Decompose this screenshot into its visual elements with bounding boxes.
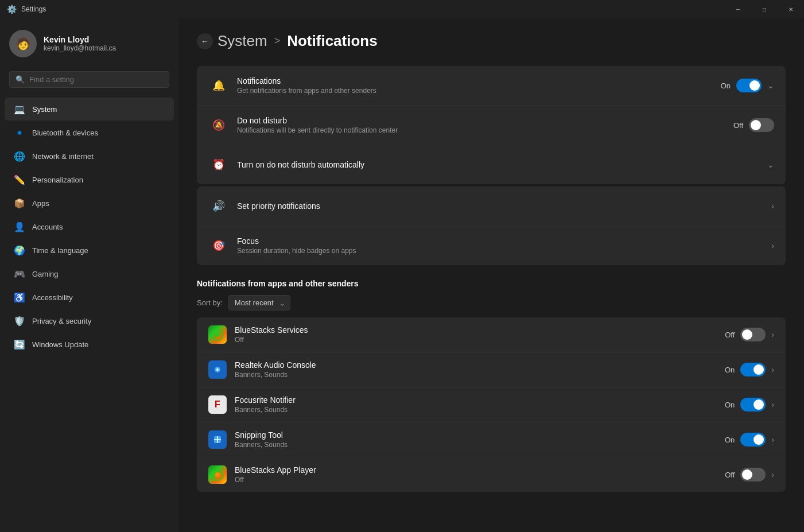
focusrite-text: Focusrite Notifier Banners, Sounds bbox=[235, 395, 725, 414]
dnd-toggle[interactable] bbox=[749, 118, 774, 132]
bluestacks-player-toggle-label: Off bbox=[725, 471, 735, 479]
dnd-toggle-thumb bbox=[751, 120, 761, 130]
apps-card: BlueStacks Services Off Off › bbox=[197, 317, 786, 492]
sidebar-item-accessibility[interactable]: ♿ Accessibility bbox=[5, 286, 174, 309]
notifications-toggle-thumb bbox=[749, 80, 760, 91]
sidebar-nav: 💻 System ● Bluetooth & devices 🌐 Network… bbox=[0, 97, 178, 356]
user-info: Kevin Lloyd kevin_lloyd@hotmail.ca bbox=[44, 35, 116, 52]
sidebar-item-personalization[interactable]: ✏️ Personalization bbox=[5, 168, 174, 191]
bluestacks-services-subtitle: Off bbox=[235, 336, 725, 344]
bluestacks-services-toggle[interactable] bbox=[740, 328, 766, 341]
auto-dnd-text: Turn on do not disturb automatically bbox=[237, 160, 767, 169]
dnd-toggle-label: Off bbox=[733, 121, 743, 130]
search-input[interactable] bbox=[29, 75, 163, 84]
bluestacks-player-chevron: › bbox=[771, 470, 774, 479]
app-row-focusrite[interactable]: F Focusrite Notifier Banners, Sounds On … bbox=[197, 387, 786, 422]
sidebar-item-system[interactable]: 💻 System bbox=[5, 98, 174, 121]
snipping-subtitle: Banners, Sounds bbox=[235, 441, 725, 449]
sidebar-label-system: System bbox=[32, 105, 57, 114]
titlebar-icon: ⚙️ bbox=[7, 5, 17, 14]
focusrite-chevron: › bbox=[771, 400, 774, 409]
user-profile[interactable]: 🧑 Kevin Lloyd kevin_lloyd@hotmail.ca bbox=[0, 18, 178, 67]
auto-dnd-right: ⌄ bbox=[767, 160, 774, 169]
close-button[interactable]: ✕ bbox=[778, 0, 804, 18]
bluestacks-services-toggle-thumb bbox=[742, 329, 752, 340]
priority-title: Set priority notifications bbox=[237, 201, 771, 211]
sidebar-item-apps[interactable]: 📦 Apps bbox=[5, 192, 174, 215]
notifications-row[interactable]: 🔔 Notifications Get notifications from a… bbox=[197, 66, 786, 106]
breadcrumb-separator: > bbox=[274, 35, 281, 47]
apps-icon: 📦 bbox=[14, 197, 25, 209]
search-box: 🔍 bbox=[9, 71, 169, 88]
focusrite-toggle-label: On bbox=[725, 401, 735, 409]
sidebar-item-network[interactable]: 🌐 Network & internet bbox=[5, 145, 174, 168]
bluestacks-services-text: BlueStacks Services Off bbox=[235, 325, 725, 344]
apps-section-heading: Notifications from apps and other sender… bbox=[197, 279, 786, 288]
app-row-bluestacks-player[interactable]: BlueStacks App Player Off Off › bbox=[197, 457, 786, 492]
bluestacks-services-toggle-label: Off bbox=[725, 331, 735, 339]
personalization-icon: ✏️ bbox=[14, 174, 25, 185]
sidebar-label-privacy: Privacy & security bbox=[32, 317, 91, 325]
sidebar-item-privacy[interactable]: 🛡️ Privacy & security bbox=[5, 309, 174, 332]
app-row-bluestacks-services[interactable]: BlueStacks Services Off Off › bbox=[197, 317, 786, 352]
bluestacks-player-toggle-thumb bbox=[742, 469, 752, 480]
back-button[interactable]: ← bbox=[197, 33, 213, 49]
bluestacks-player-text: BlueStacks App Player Off bbox=[235, 465, 725, 484]
realtek-icon bbox=[208, 360, 227, 379]
snipping-icon bbox=[208, 430, 227, 449]
content-area: ← System > Notifications 🔔 Notifications… bbox=[178, 18, 804, 532]
sidebar-item-update[interactable]: 🔄 Windows Update bbox=[5, 333, 174, 356]
accessibility-icon: ♿ bbox=[14, 292, 25, 303]
sort-label: Sort by: bbox=[197, 298, 223, 307]
titlebar: ⚙️ Settings ─ □ ✕ bbox=[0, 0, 804, 18]
network-icon: 🌐 bbox=[14, 150, 25, 162]
app-row-snipping[interactable]: Snipping Tool Banners, Sounds On › bbox=[197, 422, 786, 457]
breadcrumb-parent[interactable]: System bbox=[217, 32, 267, 50]
focus-right: › bbox=[771, 241, 774, 250]
notifications-right: On ⌄ bbox=[721, 79, 774, 92]
snipping-text: Snipping Tool Banners, Sounds bbox=[235, 430, 725, 449]
notifications-toggle[interactable] bbox=[736, 79, 762, 92]
focus-text: Focus Session duration, hide badges on a… bbox=[237, 236, 771, 255]
notifications-card: 🔔 Notifications Get notifications from a… bbox=[197, 66, 786, 184]
bluestacks-player-toggle[interactable] bbox=[740, 468, 766, 481]
sidebar-item-accounts[interactable]: 👤 Accounts bbox=[5, 215, 174, 238]
focus-row[interactable]: 🎯 Focus Session duration, hide badges on… bbox=[197, 226, 786, 265]
notifications-row-icon: 🔔 bbox=[208, 75, 229, 96]
snipping-toggle[interactable] bbox=[740, 433, 766, 446]
notifications-row-text: Notifications Get notifications from app… bbox=[237, 76, 721, 95]
realtek-right: On › bbox=[725, 363, 774, 376]
titlebar-title: Settings bbox=[21, 5, 46, 13]
priority-row[interactable]: 🔊 Set priority notifications › bbox=[197, 187, 786, 226]
dnd-title: Do not disturb bbox=[237, 116, 733, 125]
user-email: kevin_lloyd@hotmail.ca bbox=[44, 44, 116, 52]
sidebar-label-bluetooth: Bluetooth & devices bbox=[32, 129, 98, 137]
priority-text: Set priority notifications bbox=[237, 201, 771, 211]
dnd-row[interactable]: 🔕 Do not disturb Notifications will be s… bbox=[197, 106, 786, 145]
focusrite-toggle[interactable] bbox=[740, 398, 766, 411]
focusrite-subtitle: Banners, Sounds bbox=[235, 406, 725, 414]
snipping-toggle-label: On bbox=[725, 436, 735, 444]
sidebar-item-time[interactable]: 🌍 Time & language bbox=[5, 239, 174, 262]
titlebar-controls: ─ □ ✕ bbox=[725, 0, 804, 18]
maximize-button[interactable]: □ bbox=[751, 0, 778, 18]
update-icon: 🔄 bbox=[14, 339, 25, 350]
snipping-right: On › bbox=[725, 433, 774, 446]
bluestacks-player-right: Off › bbox=[725, 468, 774, 481]
realtek-toggle[interactable] bbox=[740, 363, 766, 376]
sidebar-label-time: Time & language bbox=[32, 246, 88, 255]
bluestacks-services-title: BlueStacks Services bbox=[235, 325, 725, 335]
auto-dnd-row[interactable]: ⏰ Turn on do not disturb automatically ⌄ bbox=[197, 145, 786, 184]
sidebar-label-network: Network & internet bbox=[32, 152, 94, 161]
sidebar-item-gaming[interactable]: 🎮 Gaming bbox=[5, 262, 174, 285]
minimize-button[interactable]: ─ bbox=[725, 0, 751, 18]
sidebar-label-apps: Apps bbox=[32, 199, 49, 208]
realtek-text: Realtek Audio Console Banners, Sounds bbox=[235, 360, 725, 379]
system-icon: 💻 bbox=[14, 103, 25, 115]
sort-select[interactable]: Most recent Name Status bbox=[228, 295, 290, 310]
focusrite-toggle-thumb bbox=[753, 399, 764, 410]
auto-dnd-title: Turn on do not disturb automatically bbox=[237, 160, 767, 169]
sidebar-label-update: Windows Update bbox=[32, 340, 88, 349]
sidebar-item-bluetooth[interactable]: ● Bluetooth & devices bbox=[5, 121, 174, 144]
app-row-realtek[interactable]: Realtek Audio Console Banners, Sounds On… bbox=[197, 352, 786, 387]
